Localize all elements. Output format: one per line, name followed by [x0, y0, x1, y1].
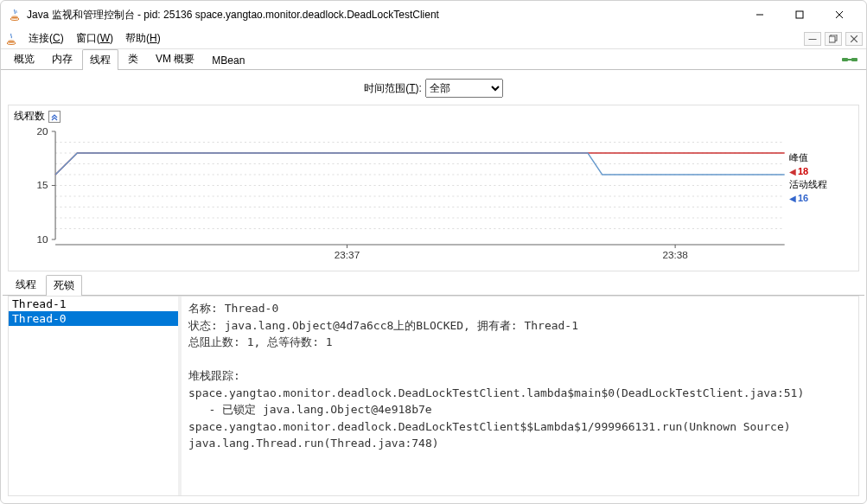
svg-rect-3 — [796, 11, 803, 18]
chart-body: 10152023:3723:38 峰值 ◀ 18 活动线程 ◀ 1 — [14, 127, 853, 265]
chart-canvas: 10152023:3723:38 — [14, 127, 789, 265]
legend-live-label: 活动线程 — [789, 178, 827, 191]
titlebar: Java 监视和管理控制台 - pid: 25136 space.yangtao… — [1, 1, 866, 29]
menu-connect[interactable]: 连接(C) — [23, 29, 69, 48]
timerange-label: 时间范围(T): — [364, 81, 422, 96]
lower-tab-deadlock[interactable]: 死锁 — [46, 275, 82, 296]
legend-live-value-row: ◀ 16 — [789, 193, 853, 203]
internal-close-button[interactable] — [845, 32, 863, 46]
minimize-button[interactable] — [740, 3, 780, 27]
timerange-select[interactable]: 全部 — [425, 79, 503, 98]
svg-rect-13 — [851, 58, 857, 61]
deadlock-panel: Thread-1Thread-0 名称: Thread-0 状态: java.l… — [8, 296, 859, 496]
thread-list-item[interactable]: Thread-0 — [9, 311, 178, 326]
chart-legend: 峰值 ◀ 18 活动线程 ◀ 16 — [789, 127, 853, 265]
lower-tabbar: 线程 死锁 — [3, 277, 864, 296]
timerange-row: 时间范围(T): 全部 — [3, 72, 864, 105]
main-tabbar: 概览 内存 线程 类 VM 概要 MBean — [1, 49, 866, 70]
tab-overview[interactable]: 概览 — [6, 48, 42, 69]
triangle-left-icon: ◀ — [789, 167, 796, 176]
thread-chart-section: 线程数 10152023:3723:38 峰值 ◀ 18 — [8, 105, 859, 271]
chart-title: 线程数 — [14, 109, 45, 124]
tab-memory[interactable]: 内存 — [44, 48, 80, 69]
svg-text:10: 10 — [36, 234, 48, 245]
threads-panel: 时间范围(T): 全部 线程数 10152023:3723:38 峰值 — [1, 70, 866, 503]
maximize-button[interactable] — [780, 3, 819, 27]
svg-text:15: 15 — [36, 181, 48, 191]
svg-rect-9 — [829, 36, 835, 42]
tab-mbean[interactable]: MBean — [204, 51, 252, 69]
triangle-left-icon: ◀ — [789, 194, 796, 203]
chart-collapse-icon[interactable] — [48, 111, 61, 123]
legend-peak-value-row: ◀ 18 — [789, 166, 853, 176]
legend-peak-value: 18 — [798, 166, 808, 176]
legend-live-value: 16 — [798, 193, 808, 203]
close-button[interactable] — [819, 3, 859, 27]
menubar: 连接(C) 窗口(W) 帮助(H) — — [1, 29, 866, 49]
tab-classes[interactable]: 类 — [120, 48, 146, 69]
tab-vm[interactable]: VM 概要 — [148, 48, 202, 69]
deadlock-thread-list[interactable]: Thread-1Thread-0 — [9, 297, 182, 495]
menu-help[interactable]: 帮助(H) — [120, 29, 166, 48]
thread-detail: 名称: Thread-0 状态: java.lang.Object@4d7a6c… — [182, 297, 858, 495]
main-window: Java 监视和管理控制台 - pid: 25136 space.yangtao… — [0, 0, 867, 504]
java-icon-small — [4, 32, 18, 46]
window-title: Java 监视和管理控制台 - pid: 25136 space.yangtao… — [27, 8, 740, 22]
window-buttons — [740, 3, 859, 27]
legend-peak-label: 峰值 — [789, 151, 808, 164]
svg-text:23:38: 23:38 — [662, 250, 687, 260]
legend-live: 活动线程 — [789, 178, 853, 191]
tab-threads[interactable]: 线程 — [82, 49, 118, 70]
java-icon — [8, 8, 22, 22]
legend-peak: 峰值 — [789, 151, 853, 164]
menu-window[interactable]: 窗口(W) — [71, 29, 118, 48]
internal-restore-button[interactable] — [825, 32, 842, 46]
svg-rect-12 — [842, 58, 848, 61]
connection-status-icon — [842, 52, 857, 70]
chart-header: 线程数 — [14, 107, 853, 127]
thread-list-item[interactable]: Thread-1 — [9, 297, 178, 311]
svg-text:23:37: 23:37 — [335, 250, 360, 260]
svg-text:20: 20 — [36, 127, 48, 137]
lower-tab-threads[interactable]: 线程 — [8, 274, 44, 295]
internal-minimize-button[interactable]: — — [804, 32, 821, 46]
